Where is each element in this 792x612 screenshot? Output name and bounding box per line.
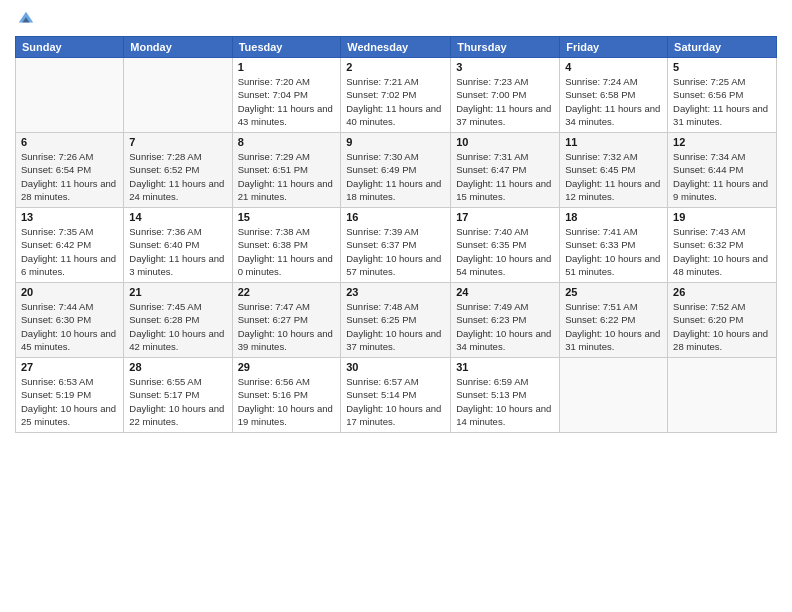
calendar-cell: 9Sunrise: 7:30 AM Sunset: 6:49 PM Daylig… <box>341 133 451 208</box>
calendar-cell: 14Sunrise: 7:36 AM Sunset: 6:40 PM Dayli… <box>124 208 232 283</box>
day-number: 2 <box>346 61 445 73</box>
day-info: Sunrise: 7:51 AM Sunset: 6:22 PM Dayligh… <box>565 300 662 353</box>
day-number: 29 <box>238 361 336 373</box>
day-info: Sunrise: 7:25 AM Sunset: 6:56 PM Dayligh… <box>673 75 771 128</box>
day-number: 19 <box>673 211 771 223</box>
calendar-cell: 2Sunrise: 7:21 AM Sunset: 7:02 PM Daylig… <box>341 58 451 133</box>
day-info: Sunrise: 7:35 AM Sunset: 6:42 PM Dayligh… <box>21 225 118 278</box>
calendar-cell: 8Sunrise: 7:29 AM Sunset: 6:51 PM Daylig… <box>232 133 341 208</box>
calendar-cell: 29Sunrise: 6:56 AM Sunset: 5:16 PM Dayli… <box>232 358 341 433</box>
day-info: Sunrise: 6:56 AM Sunset: 5:16 PM Dayligh… <box>238 375 336 428</box>
day-number: 15 <box>238 211 336 223</box>
calendar-cell: 7Sunrise: 7:28 AM Sunset: 6:52 PM Daylig… <box>124 133 232 208</box>
calendar-cell: 16Sunrise: 7:39 AM Sunset: 6:37 PM Dayli… <box>341 208 451 283</box>
calendar-cell: 3Sunrise: 7:23 AM Sunset: 7:00 PM Daylig… <box>451 58 560 133</box>
day-number: 22 <box>238 286 336 298</box>
day-number: 18 <box>565 211 662 223</box>
day-number: 26 <box>673 286 771 298</box>
calendar-cell <box>124 58 232 133</box>
day-info: Sunrise: 7:26 AM Sunset: 6:54 PM Dayligh… <box>21 150 118 203</box>
day-number: 17 <box>456 211 554 223</box>
day-number: 30 <box>346 361 445 373</box>
calendar-cell: 24Sunrise: 7:49 AM Sunset: 6:23 PM Dayli… <box>451 283 560 358</box>
day-number: 28 <box>129 361 226 373</box>
calendar-cell: 25Sunrise: 7:51 AM Sunset: 6:22 PM Dayli… <box>560 283 668 358</box>
day-info: Sunrise: 7:38 AM Sunset: 6:38 PM Dayligh… <box>238 225 336 278</box>
day-info: Sunrise: 7:28 AM Sunset: 6:52 PM Dayligh… <box>129 150 226 203</box>
day-number: 5 <box>673 61 771 73</box>
weekday-header-tuesday: Tuesday <box>232 37 341 58</box>
day-info: Sunrise: 7:40 AM Sunset: 6:35 PM Dayligh… <box>456 225 554 278</box>
calendar-cell: 21Sunrise: 7:45 AM Sunset: 6:28 PM Dayli… <box>124 283 232 358</box>
calendar-cell: 19Sunrise: 7:43 AM Sunset: 6:32 PM Dayli… <box>668 208 777 283</box>
day-info: Sunrise: 7:31 AM Sunset: 6:47 PM Dayligh… <box>456 150 554 203</box>
day-info: Sunrise: 7:41 AM Sunset: 6:33 PM Dayligh… <box>565 225 662 278</box>
day-number: 23 <box>346 286 445 298</box>
calendar-cell: 5Sunrise: 7:25 AM Sunset: 6:56 PM Daylig… <box>668 58 777 133</box>
calendar-cell: 30Sunrise: 6:57 AM Sunset: 5:14 PM Dayli… <box>341 358 451 433</box>
weekday-header-thursday: Thursday <box>451 37 560 58</box>
day-number: 13 <box>21 211 118 223</box>
day-number: 31 <box>456 361 554 373</box>
calendar-cell <box>668 358 777 433</box>
day-number: 14 <box>129 211 226 223</box>
week-row-5: 27Sunrise: 6:53 AM Sunset: 5:19 PM Dayli… <box>16 358 777 433</box>
day-info: Sunrise: 6:57 AM Sunset: 5:14 PM Dayligh… <box>346 375 445 428</box>
calendar-cell: 31Sunrise: 6:59 AM Sunset: 5:13 PM Dayli… <box>451 358 560 433</box>
header <box>15 10 777 28</box>
day-info: Sunrise: 7:43 AM Sunset: 6:32 PM Dayligh… <box>673 225 771 278</box>
day-number: 21 <box>129 286 226 298</box>
day-info: Sunrise: 7:49 AM Sunset: 6:23 PM Dayligh… <box>456 300 554 353</box>
calendar-cell: 12Sunrise: 7:34 AM Sunset: 6:44 PM Dayli… <box>668 133 777 208</box>
day-info: Sunrise: 7:29 AM Sunset: 6:51 PM Dayligh… <box>238 150 336 203</box>
day-info: Sunrise: 7:36 AM Sunset: 6:40 PM Dayligh… <box>129 225 226 278</box>
day-number: 3 <box>456 61 554 73</box>
day-number: 27 <box>21 361 118 373</box>
weekday-header-sunday: Sunday <box>16 37 124 58</box>
week-row-2: 6Sunrise: 7:26 AM Sunset: 6:54 PM Daylig… <box>16 133 777 208</box>
day-info: Sunrise: 7:52 AM Sunset: 6:20 PM Dayligh… <box>673 300 771 353</box>
day-number: 7 <box>129 136 226 148</box>
day-number: 4 <box>565 61 662 73</box>
calendar-cell: 23Sunrise: 7:48 AM Sunset: 6:25 PM Dayli… <box>341 283 451 358</box>
day-info: Sunrise: 7:32 AM Sunset: 6:45 PM Dayligh… <box>565 150 662 203</box>
day-info: Sunrise: 7:21 AM Sunset: 7:02 PM Dayligh… <box>346 75 445 128</box>
calendar-cell: 28Sunrise: 6:55 AM Sunset: 5:17 PM Dayli… <box>124 358 232 433</box>
weekday-header-wednesday: Wednesday <box>341 37 451 58</box>
weekday-header-saturday: Saturday <box>668 37 777 58</box>
calendar-cell: 15Sunrise: 7:38 AM Sunset: 6:38 PM Dayli… <box>232 208 341 283</box>
day-info: Sunrise: 6:59 AM Sunset: 5:13 PM Dayligh… <box>456 375 554 428</box>
day-number: 9 <box>346 136 445 148</box>
day-number: 24 <box>456 286 554 298</box>
calendar-cell: 6Sunrise: 7:26 AM Sunset: 6:54 PM Daylig… <box>16 133 124 208</box>
day-number: 10 <box>456 136 554 148</box>
day-info: Sunrise: 7:47 AM Sunset: 6:27 PM Dayligh… <box>238 300 336 353</box>
calendar-cell <box>16 58 124 133</box>
calendar-cell: 11Sunrise: 7:32 AM Sunset: 6:45 PM Dayli… <box>560 133 668 208</box>
day-number: 12 <box>673 136 771 148</box>
day-info: Sunrise: 7:23 AM Sunset: 7:00 PM Dayligh… <box>456 75 554 128</box>
day-number: 1 <box>238 61 336 73</box>
day-info: Sunrise: 7:30 AM Sunset: 6:49 PM Dayligh… <box>346 150 445 203</box>
calendar-cell: 18Sunrise: 7:41 AM Sunset: 6:33 PM Dayli… <box>560 208 668 283</box>
calendar-cell: 1Sunrise: 7:20 AM Sunset: 7:04 PM Daylig… <box>232 58 341 133</box>
logo-icon <box>17 10 35 28</box>
week-row-1: 1Sunrise: 7:20 AM Sunset: 7:04 PM Daylig… <box>16 58 777 133</box>
day-number: 11 <box>565 136 662 148</box>
logo <box>15 10 35 28</box>
day-info: Sunrise: 7:48 AM Sunset: 6:25 PM Dayligh… <box>346 300 445 353</box>
day-number: 16 <box>346 211 445 223</box>
calendar-cell: 13Sunrise: 7:35 AM Sunset: 6:42 PM Dayli… <box>16 208 124 283</box>
calendar-cell: 22Sunrise: 7:47 AM Sunset: 6:27 PM Dayli… <box>232 283 341 358</box>
day-info: Sunrise: 7:45 AM Sunset: 6:28 PM Dayligh… <box>129 300 226 353</box>
weekday-header-friday: Friday <box>560 37 668 58</box>
calendar-cell: 26Sunrise: 7:52 AM Sunset: 6:20 PM Dayli… <box>668 283 777 358</box>
weekday-header-monday: Monday <box>124 37 232 58</box>
day-number: 6 <box>21 136 118 148</box>
calendar-cell: 27Sunrise: 6:53 AM Sunset: 5:19 PM Dayli… <box>16 358 124 433</box>
calendar-cell <box>560 358 668 433</box>
week-row-4: 20Sunrise: 7:44 AM Sunset: 6:30 PM Dayli… <box>16 283 777 358</box>
day-info: Sunrise: 7:34 AM Sunset: 6:44 PM Dayligh… <box>673 150 771 203</box>
calendar-cell: 4Sunrise: 7:24 AM Sunset: 6:58 PM Daylig… <box>560 58 668 133</box>
day-number: 20 <box>21 286 118 298</box>
